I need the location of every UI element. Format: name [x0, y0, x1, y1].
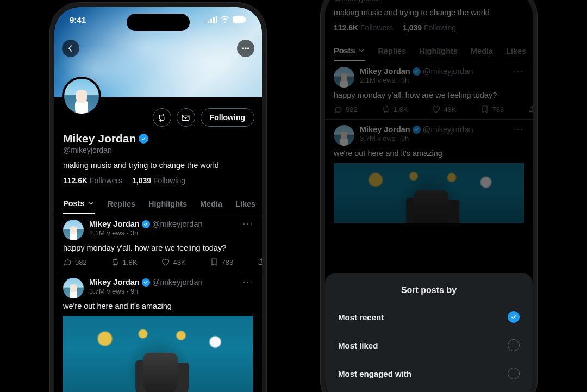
post-age: 9h — [130, 287, 138, 295]
display-name-row: Mikey Jordan — [63, 132, 253, 145]
svg-rect-2 — [213, 17, 215, 23]
verified-badge — [142, 278, 150, 287]
status-time: 9:41 — [70, 15, 86, 24]
share-button[interactable] — [257, 258, 262, 266]
svg-rect-3 — [216, 16, 217, 23]
option-label: Most recent — [338, 313, 384, 322]
post-engagement: 982 1.8K 43K 783 — [63, 258, 253, 266]
post-author-name: Mikey Jordan — [89, 220, 140, 228]
post-views: 3.7M views — [89, 287, 124, 295]
phone-right: @mikeyjordan making music and trying to … — [321, 0, 537, 392]
sort-option-liked[interactable]: Most liked — [325, 331, 533, 359]
option-label: Most liked — [338, 341, 378, 350]
bookmark-button[interactable]: 783 — [210, 258, 234, 266]
follow-button[interactable]: Following — [201, 108, 254, 127]
cellular-icon — [208, 16, 217, 23]
reply-icon — [63, 258, 72, 266]
repost-button[interactable]: 1.8K — [111, 258, 138, 266]
display-name: Mikey Jordan — [63, 132, 136, 145]
message-button[interactable] — [177, 108, 195, 127]
chevron-down-icon — [87, 200, 95, 207]
reply-button[interactable]: 982 — [63, 258, 87, 266]
post[interactable]: Mikey Jordan @mikeyjordan 3.7M views · 9… — [54, 272, 262, 392]
notify-button[interactable] — [153, 108, 171, 127]
share-icon — [257, 258, 262, 266]
envelope-icon — [181, 113, 190, 122]
like-button[interactable]: 43K — [161, 258, 185, 266]
tab-posts[interactable]: Posts — [63, 194, 95, 214]
sheet-title: Sort posts by — [325, 281, 533, 303]
svg-rect-5 — [245, 18, 246, 21]
post-views: 2.1M views — [89, 229, 124, 237]
sort-option-recent[interactable]: Most recent — [325, 303, 533, 331]
phone-left: 9:41 — [50, 3, 266, 392]
battery-icon — [233, 16, 247, 23]
post-author-name: Mikey Jordan — [89, 278, 140, 287]
post[interactable]: Mikey Jordan @mikeyjordan 2.1M views · 3… — [54, 214, 262, 272]
tab-highlights[interactable]: Highlights — [148, 194, 187, 214]
tab-replies[interactable]: Replies — [108, 194, 136, 214]
profile-tabs: Posts Replies Highlights Media Likes — [54, 190, 262, 214]
followers-stat[interactable]: 112.6K Followers — [63, 176, 122, 185]
follow-label: Following — [210, 113, 245, 122]
following-stat[interactable]: 1,039 Following — [132, 176, 185, 185]
sort-option-engaged[interactable]: Most engaged with — [325, 359, 533, 388]
verified-badge — [139, 134, 148, 144]
post-age: 3h — [130, 229, 138, 237]
profile-handle: @mikeyjordan — [63, 146, 253, 154]
post-media[interactable] — [63, 316, 253, 392]
radio-unselected — [508, 339, 520, 351]
post-avatar[interactable] — [63, 220, 84, 240]
notch — [127, 14, 190, 31]
svg-rect-0 — [208, 21, 209, 23]
repost-icon — [111, 258, 120, 266]
sort-sheet: Sort posts by Most recent Most liked Mos… — [325, 273, 533, 392]
verified-badge — [142, 220, 150, 228]
heart-icon — [161, 258, 170, 266]
svg-rect-1 — [210, 19, 212, 23]
radio-selected — [508, 311, 520, 323]
radio-unselected — [508, 368, 520, 379]
post-author-handle: @mikeyjordan — [152, 278, 203, 287]
tab-likes[interactable]: Likes — [235, 194, 255, 214]
wifi-icon — [221, 16, 229, 23]
profile-stats: 112.6K Followers 1,039 Following — [63, 176, 253, 185]
post-more-button[interactable]: ··· — [243, 220, 253, 240]
tab-media[interactable]: Media — [200, 194, 222, 214]
svg-rect-4 — [233, 16, 245, 23]
repost-icon — [157, 113, 166, 122]
bookmark-icon — [210, 258, 218, 266]
profile-bio: making music and trying to change the wo… — [63, 161, 253, 170]
post-text: we're out here and it's amazing — [63, 302, 253, 310]
option-label: Most engaged with — [338, 369, 411, 378]
post-more-button[interactable]: ··· — [243, 278, 253, 298]
post-author-handle: @mikeyjordan — [152, 220, 203, 228]
post-avatar[interactable] — [63, 278, 84, 298]
status-indicators — [208, 16, 247, 23]
post-text: happy monday y'all. how are we feeling t… — [63, 244, 253, 252]
